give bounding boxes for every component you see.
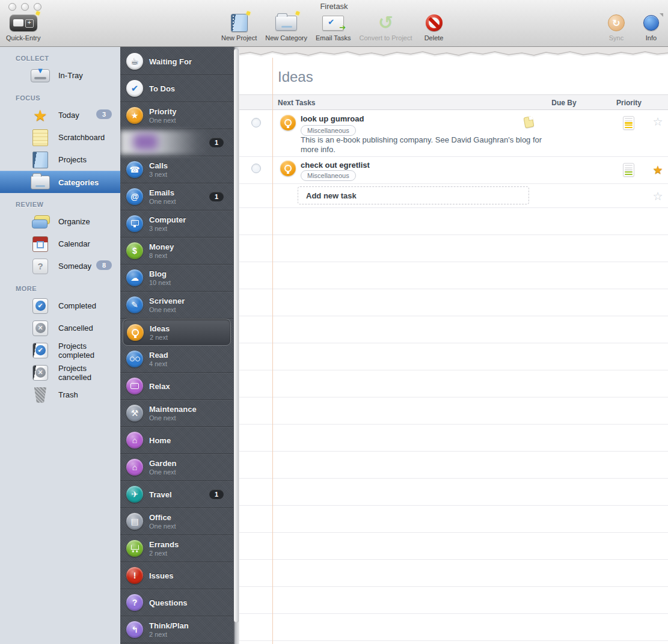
category-row-think-plan[interactable]: ↰Think/Plan2 next [120,616,233,643]
count-badge: 1 [209,489,224,499]
count-badge: 1 [209,192,224,201]
cart-icon [126,540,143,557]
category-row-to-dos[interactable]: ✔To Dos [120,75,233,102]
category-row-maintenance[interactable]: ⚒MaintenanceOne next [120,400,233,427]
sidebar-item-projects[interactable]: Projects [0,149,120,171]
sidebar-item-completed[interactable]: ✔Completed [0,295,120,317]
sidebar-item-in-tray[interactable]: In-Tray [0,64,120,87]
category-row-blog[interactable]: ☁Blog10 next [120,265,233,292]
coffee-cup-icon: ☕ [126,53,143,70]
category-row-priority[interactable]: ★PriorityOne next [120,102,233,129]
category-next-count: 2 next [150,334,170,341]
category-label: Errands [149,540,179,549]
task-note: This is an e-book publishing company. Se… [301,135,553,155]
sidebar-item-cancelled[interactable]: ✕Cancelled [0,317,120,339]
toolbar-label: New Project [221,34,257,41]
task-row[interactable]: check out egretlistMiscellaneous★ [239,157,668,184]
category-label: Blog [149,269,171,278]
sidebar-item-calendar[interactable]: Calendar [0,233,120,255]
toolbar-new-category[interactable]: New Category [265,13,307,41]
sidebar-item-projects-cancelled[interactable]: ✕Projects cancelled [0,361,120,384]
toolbar-label: Quick-Entry [6,34,40,41]
category-row-travel[interactable]: ✈Travel1 [120,481,233,508]
toolbar-sync: ↻Sync [603,13,630,41]
section-header-more: MORE [16,285,120,292]
glasses-icon [130,357,140,361]
lightbulb-icon [280,161,296,176]
category-row-scrivener[interactable]: ✎ScrivenerOne next [120,292,233,319]
note-icon [524,116,535,128]
check-dot-icon: ✔ [35,301,46,311]
phone-icon: ☎ [126,161,143,178]
section-header-collect: COLLECT [16,55,120,62]
priority-indicator-icon[interactable] [623,116,634,130]
task-row[interactable]: look up gumroadMiscellaneousThis is an e… [239,110,668,157]
toolbar-new-project[interactable]: New Project [221,13,257,41]
titlebar[interactable]: Firetask [0,0,668,13]
sidebar-item-label: Projects cancelled [58,364,120,382]
sidebar-item-label: Categories [58,178,99,187]
category-row-computer[interactable]: Computer3 next [120,210,233,238]
category-row-ideas[interactable]: Ideas2 next [123,319,231,346]
empty-task-row [239,235,668,262]
toolbar-email-tasks[interactable]: Email Tasks [316,13,351,41]
category-row-errands[interactable]: Errands2 next [120,535,233,562]
cancel-tile-icon: ✕ [32,320,48,336]
priority-indicator-icon[interactable] [623,163,634,177]
task-cell: look up gumroadMiscellaneousThis is an e… [272,110,668,156]
hammer-icon: ⚒ [126,405,143,422]
category-next-count: One next [149,523,176,530]
category-label: Waiting For [149,57,192,66]
category-label: Issues [149,571,173,580]
scrollbar-thumb[interactable] [234,49,239,622]
category-row-relax[interactable]: Relax [120,373,233,400]
question-tile-icon: ? [32,259,48,274]
column-next-tasks[interactable]: Next Tasks [278,99,315,107]
category-row-garden[interactable]: ⌂GardenOne next [120,454,233,481]
envelope-icon [322,16,344,31]
count-badge: 8 [96,260,112,270]
task-complete-radio[interactable] [251,118,261,127]
quick-entry-icon [10,14,37,31]
page-title: Ideas [239,59,668,94]
star-filled-icon[interactable]: ★ [651,164,664,177]
add-new-task-field[interactable]: Add new task [298,186,529,204]
house-icon: ⌂ [126,459,143,476]
category-row-calls[interactable]: ☎Calls3 next [120,156,233,183]
category-row-emails[interactable]: @EmailsOne next1 [120,183,233,210]
sidebar-item-label: Cancelled [58,324,93,333]
toolbar-quick-entry[interactable]: Quick-Entry [6,13,40,41]
sidebar-item-someday[interactable]: ?Someday8 [0,255,120,277]
category-row-home[interactable]: ⌂Home [120,427,233,454]
toolbar-delete[interactable]: Delete [421,13,447,41]
book-check-icon: ✔ [32,343,48,358]
category-row-waiting-for[interactable]: ☕Waiting For [120,48,233,75]
task-gutter [239,157,272,183]
category-row-office[interactable]: ▤OfficeOne next [120,508,233,535]
toolbar-label: New Category [265,34,307,41]
toolbar-info[interactable]: Info [638,13,664,41]
sidebar-item-projects-completed[interactable]: ✔Projects completed [0,339,120,361]
category-row-questions[interactable]: ?Questions [120,589,233,616]
book-cancel-icon: ✕ [32,365,48,381]
sidebar-item-organize[interactable]: Organize [0,210,120,233]
glasses-icon [126,351,143,367]
sidebar-item-categories[interactable]: Categories [0,171,120,193]
category-row-read[interactable]: Read4 next [120,346,233,373]
column-priority[interactable]: Priority [599,99,659,107]
categories-scrollbar[interactable] [233,47,239,644]
star-outline-icon[interactable]: ☆ [651,115,664,129]
category-row-issues[interactable]: !Issues [120,562,233,589]
firetask-window: Firetask Quick-Entry New ProjectNew Cate… [0,0,668,644]
curved-arrow-icon: ↺ [378,14,393,31]
sidebar-item-scratchboard[interactable]: Scratchboard [0,126,120,149]
sidebar-item-today[interactable]: ★Today3 [0,104,120,126]
sidebar-item-trash[interactable]: Trash [0,384,120,406]
task-complete-radio[interactable] [251,164,261,173]
category-row-money[interactable]: $Money8 next [120,238,233,265]
category-label: To Dos [149,84,175,93]
column-due-by[interactable]: Due By [534,99,594,107]
category-row-redacted[interactable]: 1 [120,129,233,156]
book-icon [32,152,48,168]
category-label: Ideas [150,324,170,333]
